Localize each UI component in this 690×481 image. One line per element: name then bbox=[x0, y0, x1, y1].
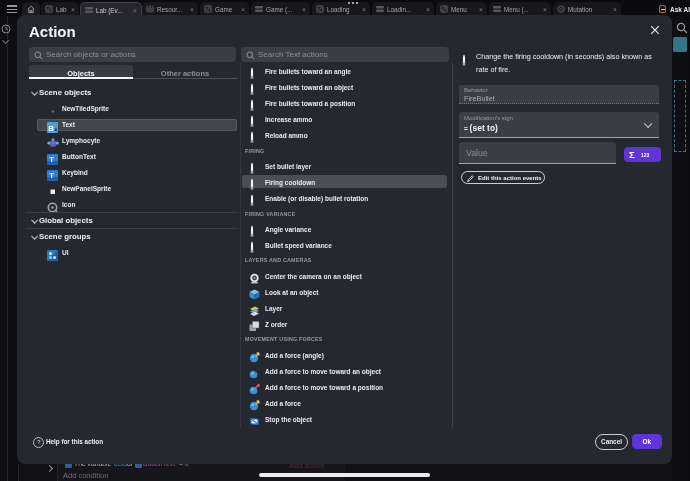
svg-text:T: T bbox=[49, 171, 54, 180]
svg-text:T: T bbox=[49, 155, 54, 164]
svg-text:B: B bbox=[48, 123, 54, 132]
